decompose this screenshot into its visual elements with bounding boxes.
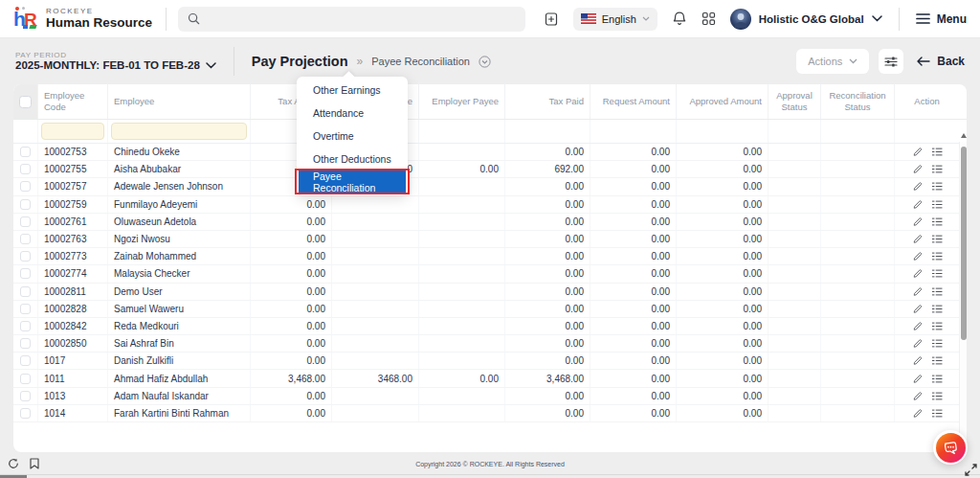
breadcrumb-module[interactable]: Pay Projection (252, 54, 348, 69)
col-header-reconciliation-status[interactable]: Reconciliation Status (821, 84, 895, 119)
pay-period-selector[interactable]: PAY PERIOD 2025-MONTHLY: FEB-01 TO FEB-2… (15, 51, 216, 72)
col-header-employer-payee[interactable]: Employer Payee (419, 84, 505, 119)
menu-item-other-deductions[interactable]: Other Deductions (297, 148, 408, 171)
select-all-checkbox[interactable] (19, 96, 32, 108)
row-checkbox[interactable] (20, 234, 31, 244)
row-checkbox[interactable] (20, 304, 31, 314)
edit-pencil-icon[interactable] (912, 251, 923, 262)
menu-item-attendance[interactable]: Attendance (297, 102, 408, 125)
edit-pencil-icon[interactable] (912, 199, 923, 210)
col-header-approval-status[interactable]: Approval Status (768, 84, 821, 119)
employee-payee-cell: 3468.00 (332, 370, 419, 386)
chat-support-button[interactable] (933, 430, 968, 465)
account-menu[interactable]: Holistic O&G Global (730, 9, 882, 30)
detail-list-icon[interactable] (931, 286, 943, 297)
language-selector[interactable]: English (573, 8, 657, 31)
employee-code-filter-input[interactable] (41, 123, 104, 140)
row-checkbox[interactable] (20, 391, 31, 401)
filter-settings-button[interactable] (879, 49, 903, 74)
search-input[interactable] (178, 7, 525, 32)
menu-item-other-earnings[interactable]: Other Earnings (297, 79, 408, 102)
col-header-employee-code[interactable]: Employee Code (38, 84, 108, 119)
detail-list-icon[interactable] (931, 304, 943, 314)
col-header-employee[interactable]: Employee (108, 84, 251, 119)
row-checkbox[interactable] (20, 286, 31, 297)
row-checkbox[interactable] (20, 408, 31, 419)
action-cell (895, 196, 959, 213)
edit-pencil-icon[interactable] (912, 216, 923, 227)
edit-pencil-icon[interactable] (912, 234, 923, 244)
employee-code-cell: 10002811 (38, 284, 108, 300)
row-checkbox[interactable] (20, 147, 31, 157)
detail-list-icon[interactable] (931, 374, 943, 384)
row-checkbox[interactable] (20, 355, 31, 366)
action-cell (895, 284, 959, 300)
detail-list-icon[interactable] (931, 181, 943, 192)
detail-list-icon[interactable] (931, 147, 943, 157)
employee-name-cell: Chinedu Okeke (108, 144, 251, 160)
main-menu-button[interactable]: Menu (916, 12, 967, 26)
edit-pencil-icon[interactable] (912, 147, 923, 157)
detail-list-icon[interactable] (931, 216, 943, 227)
detail-list-icon[interactable] (931, 321, 943, 331)
row-checkbox[interactable] (20, 216, 31, 227)
row-checkbox[interactable] (20, 181, 31, 192)
scroll-up-arrow[interactable] (961, 133, 967, 138)
row-checkbox[interactable] (20, 199, 31, 210)
detail-list-icon[interactable] (931, 234, 943, 244)
employee-name-cell: Ngozi Nwosu (108, 231, 251, 247)
detail-list-icon[interactable] (931, 408, 943, 419)
row-checkbox[interactable] (20, 268, 31, 279)
pay-period-value: 2025-MONTHLY: FEB-01 TO FEB-28 (15, 59, 200, 72)
row-checkbox[interactable] (20, 251, 31, 262)
row-checkbox[interactable] (20, 321, 31, 331)
approved-amount-cell: 0.00 (677, 335, 768, 352)
employee-filter-input[interactable] (111, 123, 247, 140)
breadcrumb: Pay Projection » Payee Reconciliation (252, 54, 491, 69)
brand-logo[interactable]: hR ROCKEYE Human Resource (13, 6, 152, 32)
detail-list-icon[interactable] (931, 251, 943, 262)
actions-button[interactable]: Actions (796, 49, 869, 74)
vertical-scrollbar[interactable] (959, 142, 967, 444)
detail-list-icon[interactable] (931, 338, 943, 349)
edit-pencil-icon[interactable] (912, 181, 923, 192)
detail-list-icon[interactable] (931, 164, 943, 174)
menu-item-payee-reconciliation[interactable]: Payee Reconciliation (299, 171, 406, 193)
horizontal-scrollbar[interactable] (0, 474, 980, 478)
request-amount-cell: 0.00 (590, 301, 677, 317)
edit-pencil-icon[interactable] (912, 408, 923, 419)
col-header-request-amount[interactable]: Request Amount (590, 84, 677, 119)
row-checkbox[interactable] (20, 374, 31, 384)
edit-pencil-icon[interactable] (912, 304, 923, 314)
apps-grid-icon[interactable] (702, 11, 716, 26)
col-header-tax-paid[interactable]: Tax Paid (505, 84, 590, 119)
edit-pencil-icon[interactable] (912, 355, 923, 366)
edit-pencil-icon[interactable] (912, 286, 923, 297)
detail-list-icon[interactable] (931, 199, 943, 210)
edit-pencil-icon[interactable] (912, 164, 923, 174)
edit-pencil-icon[interactable] (912, 374, 923, 384)
vertical-scrollbar-thumb[interactable] (961, 147, 967, 340)
approved-amount-cell: 0.00 (677, 196, 768, 213)
notifications-bell-icon[interactable] (672, 11, 687, 27)
breadcrumb-section[interactable]: Payee Reconciliation (371, 56, 470, 67)
edit-pencil-icon[interactable] (912, 338, 923, 349)
menu-item-overtime[interactable]: Overtime (297, 125, 408, 148)
section-dropdown-icon[interactable] (479, 56, 491, 68)
tax-paid-cell: 0.00 (505, 284, 590, 300)
employee-payee-cell (332, 405, 419, 421)
col-header-approved-amount[interactable]: Approved Amount (677, 84, 768, 119)
bookmark-add-icon[interactable] (544, 11, 559, 27)
approved-amount-cell: 0.00 (677, 301, 768, 317)
fullscreen-expand-icon[interactable] (965, 463, 977, 478)
edit-pencil-icon[interactable] (912, 268, 923, 279)
detail-list-icon[interactable] (931, 268, 943, 279)
row-checkbox[interactable] (20, 338, 31, 349)
col-header-action[interactable]: Action (895, 84, 959, 119)
back-button[interactable]: Back (913, 55, 969, 68)
edit-pencil-icon[interactable] (912, 391, 923, 401)
detail-list-icon[interactable] (931, 355, 943, 366)
row-checkbox[interactable] (20, 164, 31, 174)
detail-list-icon[interactable] (931, 391, 943, 401)
edit-pencil-icon[interactable] (912, 321, 923, 331)
